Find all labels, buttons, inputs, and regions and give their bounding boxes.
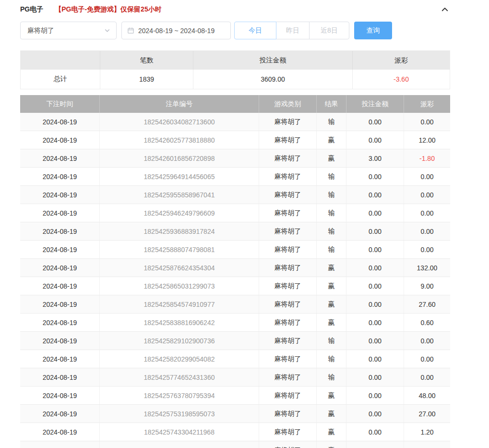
cell-bet-amount: 0.00 [346,113,404,131]
search-button[interactable]: 查询 [354,22,392,39]
cell-game-type: 麻将胡了 [259,387,317,404]
cell-result: 输 [317,186,346,204]
panel-header: PG电子 【PG电子-免费游戏】仅保留25小时 [20,4,450,15]
cell-payout: 0.00 [404,241,450,258]
cell-bet-amount: 0.00 [346,131,404,149]
cell-game-type: 麻将胡了 [259,277,317,295]
cell-order-id: 1825425888074798081 [100,241,259,258]
table-row: 2024-08-191825426016856720898麻将胡了赢3.00-1… [20,149,450,168]
table-row: 2024-08-191825425955858967041麻将胡了输0.000.… [20,186,450,204]
cell-result: 赢 [317,149,346,167]
yesterday-button[interactable]: 昨日 [276,22,310,39]
date-range-input[interactable]: 2024-08-19 ~ 2024-08-19 [121,22,231,39]
cell-game-type: 麻将胡了 [259,295,317,313]
calendar-icon [127,27,134,34]
today-button[interactable]: 今日 [234,22,276,39]
last-8-days-button[interactable]: 近8日 [309,22,349,39]
cell-bet-amount: 0.00 [346,259,404,277]
cell-result: 输 [317,113,346,131]
cell-bet-time: 2024-08-19 [20,277,100,295]
cell-payout: 1.20 [404,423,450,441]
cell-bet-amount: 0.00 [346,387,404,404]
cell-payout: 48.00 [404,387,450,404]
cell-result: 赢 [317,259,346,277]
cell-payout: 9.00 [404,277,450,295]
table-row: 2024-08-191825425774652431360麻将胡了输0.000.… [20,368,450,387]
cell-bet-time: 2024-08-19 [20,241,100,258]
cell-bet-time: 2024-08-19 [20,259,100,277]
col-order-id: 注单编号 [100,95,259,113]
cell-bet-time: 2024-08-19 [20,423,100,441]
cell-bet-time: 2024-08-19 [20,131,100,149]
cell-result: 输 [317,332,346,350]
cell-game-type: 麻将胡了 [259,241,317,258]
cell-game-type: 麻将胡了 [259,259,317,277]
summary-col-bet: 投注金额 [193,51,353,70]
cell-bet-time: 2024-08-19 [20,168,100,185]
cell-bet-amount: 3.00 [346,149,404,167]
summary-col-payout: 派彩 [353,51,450,70]
cell-payout: 0.00 [404,222,450,240]
cell-order-id: 1825425774652431360 [100,368,259,386]
cell-result: 输 [317,368,346,386]
cell-game-type: 麻将胡了 [259,423,317,441]
cell-bet-time: 2024-08-19 [20,186,100,204]
summary-total-bet: 3609.00 [193,70,353,89]
cell-payout: 0.00 [404,350,450,368]
cell-order-id: 1825425946249796609 [100,204,259,222]
table-row: 2024-08-191825426025773818880麻将胡了赢0.0012… [20,131,450,149]
cell-bet-time: 2024-08-19 [20,222,100,240]
date-quick-buttons: 今日 昨日 近8日 [234,22,349,39]
cell-payout: -1.80 [404,149,450,167]
cell-payout: 0.00 [404,186,450,204]
cell-payout: 1.20 [404,441,450,448]
cell-order-id: 1825426025773818880 [100,131,259,149]
table-row: 2024-08-191825425946249796609麻将胡了输0.000.… [20,204,450,222]
cell-bet-amount: 0.00 [346,295,404,313]
cell-bet-amount: 0.00 [346,350,404,368]
date-range-value: 2024-08-19 ~ 2024-08-19 [138,27,215,35]
cell-order-id: 1825425876624354304 [100,259,259,277]
page-title: PG电子 [20,5,43,14]
cell-order-id: 1825425865031299073 [100,277,259,295]
cell-result: 输 [317,168,346,185]
cell-order-id: 1825425936883917824 [100,222,259,240]
cell-result: 赢 [317,277,346,295]
cell-bet-time: 2024-08-19 [20,387,100,404]
summary-col-empty [21,51,100,70]
cell-game-type: 麻将胡了 [259,186,317,204]
cell-bet-amount: 0.00 [346,222,404,240]
notice-text: 【PG电子-免费游戏】仅保留25小时 [55,5,161,14]
table-row: 2024-08-191825425737487488332麻将胡了赢0.001.… [20,441,450,448]
game-select[interactable]: 麻将胡了 [20,22,117,39]
table-row: 2024-08-191825425838816906242麻将胡了赢0.000.… [20,314,450,332]
collapse-button[interactable] [440,4,450,15]
cell-game-type: 麻将胡了 [259,168,317,185]
table-row: 2024-08-191825425888074798081麻将胡了输0.000.… [20,241,450,259]
cell-bet-amount: 0.00 [346,241,404,258]
cell-result: 输 [317,350,346,368]
cell-result: 赢 [317,423,346,441]
col-game-type: 游戏类别 [259,95,317,113]
table-row: 2024-08-191825426034082713600麻将胡了输0.000.… [20,113,450,131]
records-table-header: 下注时间 注单编号 游戏类别 结果 投注金额 派彩 [20,95,450,113]
table-row: 2024-08-191825425936883917824麻将胡了输0.000.… [20,222,450,241]
cell-game-type: 麻将胡了 [259,113,317,131]
table-row: 2024-08-191825425876624354304麻将胡了赢0.0013… [20,259,450,277]
cell-payout: 27.60 [404,295,450,313]
cell-game-type: 麻将胡了 [259,368,317,386]
summary-header-row: 笔数 投注金额 派彩 [21,51,450,70]
cell-order-id: 1825425829102900736 [100,332,259,350]
game-select-value: 麻将胡了 [27,26,54,35]
col-bet-amount: 投注金额 [346,95,404,113]
summary-total-count: 1839 [100,70,193,89]
cell-order-id: 1825425820299054082 [100,350,259,368]
cell-bet-time: 2024-08-19 [20,113,100,131]
cell-bet-amount: 0.00 [346,168,404,185]
cell-game-type: 麻将胡了 [259,204,317,222]
cell-order-id: 1825425854574910977 [100,295,259,313]
cell-order-id: 1825425955858967041 [100,186,259,204]
col-result: 结果 [317,95,346,113]
cell-bet-time: 2024-08-19 [20,295,100,313]
cell-result: 赢 [317,441,346,448]
